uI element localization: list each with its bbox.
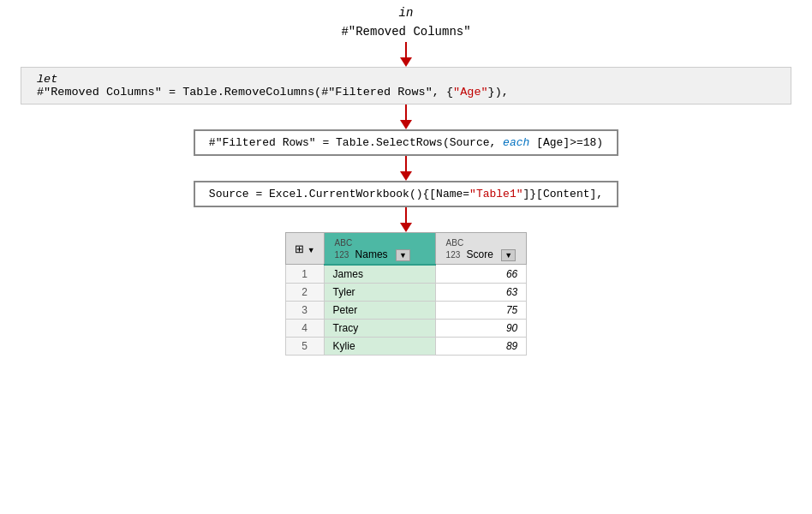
score-col-type-icon: ABC123 xyxy=(446,238,464,260)
arrow-1-head xyxy=(400,57,412,67)
data-table: ⊞ ▼ ABC123 Names ▼ ABC123 Score ▼ xyxy=(285,232,527,356)
score-cell-5: 89 xyxy=(435,337,527,355)
names-col-type-icon: ABC123 xyxy=(335,238,353,260)
table-row: 2 Tyler 63 xyxy=(285,283,526,301)
table-row: 1 James 66 xyxy=(285,265,526,284)
arrow-4 xyxy=(400,207,412,232)
let-keyword-line: let xyxy=(37,73,775,86)
top-step-name: #"Removed Columns" xyxy=(341,22,470,41)
name-cell-4: Tracy xyxy=(324,319,435,337)
arrow-1-line xyxy=(405,42,407,57)
name-cell-3: Peter xyxy=(324,301,435,319)
arrow-4-line xyxy=(405,207,407,223)
score-cell-4: 90 xyxy=(435,319,527,337)
score-cell-3: 75 xyxy=(435,301,527,319)
row-num-2: 2 xyxy=(285,283,324,301)
table-names-header[interactable]: ABC123 Names ▼ xyxy=(324,232,435,265)
row-num-1: 1 xyxy=(285,265,324,284)
let-block: let #"Removed Columns" = Table.RemoveCol… xyxy=(21,67,791,105)
arrow-2-head xyxy=(400,120,412,129)
flow-container: in #"Removed Columns" let #"Removed Colu… xyxy=(0,0,812,356)
arrow-3-head xyxy=(400,171,412,181)
arrow-1 xyxy=(400,42,412,67)
main-layout: in #"Removed Columns" let #"Removed Colu… xyxy=(0,0,812,514)
row-num-3: 3 xyxy=(285,301,324,319)
name-cell-5: Kylie xyxy=(324,337,435,355)
let-step1-line: #"Removed Columns" = Table.RemoveColumns… xyxy=(37,86,775,99)
name-cell-1: James xyxy=(324,265,435,284)
score-cell-2: 63 xyxy=(435,283,527,301)
table-score-header[interactable]: ABC123 Score ▼ xyxy=(435,232,527,265)
source-box: Source = Excel.CurrentWorkbook(){[Name="… xyxy=(194,181,618,207)
table-header-row: ⊞ ▼ ABC123 Names ▼ ABC123 Score ▼ xyxy=(285,232,526,265)
arrow-3 xyxy=(400,156,412,181)
top-in-keyword: in xyxy=(341,3,470,22)
filtered-rows-box: #"Filtered Rows" = Table.SelectRows(Sour… xyxy=(194,129,618,156)
row-num-4: 4 xyxy=(285,319,324,337)
score-cell-1: 66 xyxy=(435,265,527,284)
name-cell-2: Tyler xyxy=(324,283,435,301)
arrow-4-head xyxy=(400,223,412,232)
arrow-3-line xyxy=(405,156,407,171)
table-row: 5 Kylie 89 xyxy=(285,337,526,355)
arrow-2 xyxy=(400,105,412,129)
table-icon-header: ⊞ ▼ xyxy=(285,232,324,265)
table-body: 1 James 66 2 Tyler 63 3 Peter 75 xyxy=(285,265,526,356)
data-table-container: ⊞ ▼ ABC123 Names ▼ ABC123 Score ▼ xyxy=(285,232,527,356)
table-row: 4 Tracy 90 xyxy=(285,319,526,337)
arrow-2-line xyxy=(405,105,407,120)
score-dropdown-btn[interactable]: ▼ xyxy=(501,249,516,261)
table-row: 3 Peter 75 xyxy=(285,301,526,319)
table-grid-icon: ⊞ xyxy=(295,242,304,255)
top-code-block: in #"Removed Columns" xyxy=(341,0,470,42)
row-num-5: 5 xyxy=(285,337,324,355)
names-dropdown-btn[interactable]: ▼ xyxy=(396,249,410,261)
